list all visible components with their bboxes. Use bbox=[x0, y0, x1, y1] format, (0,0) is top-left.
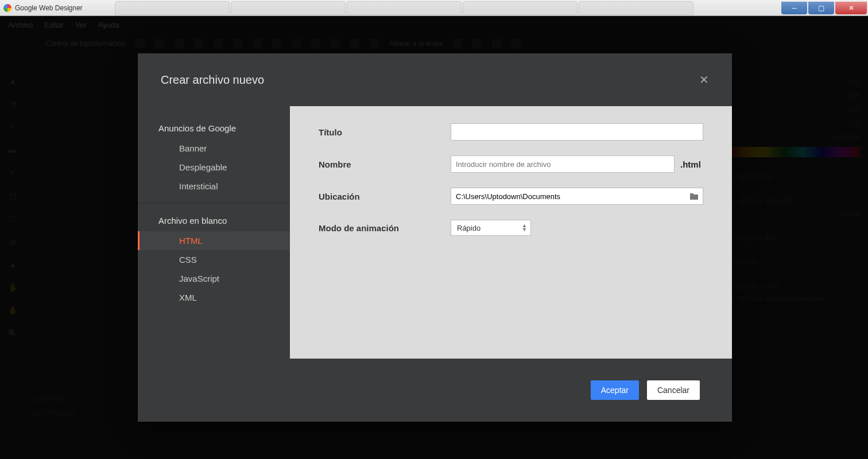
file-extension-label: .html bbox=[680, 160, 701, 169]
dialog-header: Crear archivo nuevo ✕ bbox=[138, 53, 732, 106]
accept-button[interactable]: Aceptar bbox=[591, 380, 639, 400]
ubicacion-label: Ubicación bbox=[319, 192, 451, 201]
close-button[interactable]: ✕ bbox=[835, 2, 867, 14]
browser-tab[interactable] bbox=[115, 1, 230, 15]
window-title: Google Web Designer bbox=[15, 4, 83, 12]
browser-tab[interactable] bbox=[463, 1, 578, 15]
dialog-body: Anuncios de Google Banner Desplegable In… bbox=[138, 106, 732, 359]
maximize-button[interactable]: ▢ bbox=[808, 2, 834, 14]
titlebar-left: Google Web Designer bbox=[0, 4, 83, 12]
modo-animacion-select[interactable]: Rápido ▲▼ bbox=[451, 220, 531, 236]
sidebar-item-desplegable[interactable]: Desplegable bbox=[138, 158, 290, 177]
browser-tab[interactable] bbox=[231, 1, 346, 15]
sidebar-divider bbox=[138, 203, 290, 203]
dialog-title: Crear archivo nuevo bbox=[161, 73, 264, 87]
browser-tabstrip bbox=[115, 1, 753, 15]
dialog-footer: Aceptar Cancelar bbox=[138, 359, 732, 422]
sidebar-group-google-ads: Anuncios de Google bbox=[138, 118, 290, 139]
nombre-input[interactable] bbox=[451, 155, 675, 173]
browser-tab[interactable] bbox=[579, 1, 693, 15]
ubicacion-input[interactable] bbox=[451, 188, 703, 205]
new-file-dialog: Crear archivo nuevo ✕ Anuncios de Google… bbox=[138, 53, 732, 422]
modo-animacion-label: Modo de animación bbox=[319, 223, 451, 233]
sidebar-item-css[interactable]: CSS bbox=[138, 250, 290, 269]
nombre-label: Nombre bbox=[319, 160, 451, 169]
modo-animacion-value: Rápido bbox=[457, 224, 480, 232]
sidebar-item-banner[interactable]: Banner bbox=[138, 139, 290, 158]
browser-tab[interactable] bbox=[347, 1, 462, 15]
app-icon bbox=[3, 4, 11, 12]
dialog-close-icon[interactable]: ✕ bbox=[699, 73, 709, 87]
window-controls: ─ ▢ ✕ bbox=[781, 2, 868, 14]
select-spinner-icon: ▲▼ bbox=[522, 224, 527, 232]
sidebar-group-blank-file: Archivo en blanco bbox=[138, 210, 290, 231]
sidebar-item-intersticial[interactable]: Intersticial bbox=[138, 177, 290, 196]
titulo-label: Título bbox=[319, 127, 451, 137]
browse-folder-icon[interactable] bbox=[688, 190, 700, 202]
dialog-form: Título Nombre .html Ubicación Modo de an… bbox=[290, 106, 732, 359]
dialog-sidebar: Anuncios de Google Banner Desplegable In… bbox=[138, 106, 290, 359]
sidebar-item-javascript[interactable]: JavaScript bbox=[138, 269, 290, 288]
titulo-input[interactable] bbox=[451, 123, 703, 141]
minimize-button[interactable]: ─ bbox=[781, 2, 807, 14]
window-titlebar: Google Web Designer ─ ▢ ✕ bbox=[0, 0, 868, 16]
sidebar-item-xml[interactable]: XML bbox=[138, 288, 290, 307]
sidebar-item-html[interactable]: HTML bbox=[138, 231, 290, 250]
cancel-button[interactable]: Cancelar bbox=[647, 380, 700, 400]
